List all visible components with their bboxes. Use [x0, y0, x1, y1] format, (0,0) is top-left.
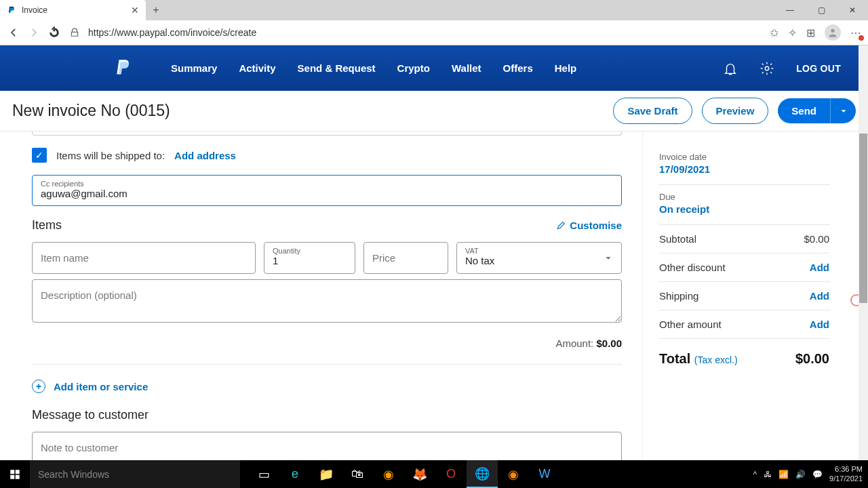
description-input[interactable]: [32, 279, 622, 323]
svg-point-0: [831, 29, 834, 33]
taskbar-search[interactable]: Search Windows: [30, 460, 240, 488]
message-heading: Message to customer: [32, 408, 622, 422]
taskbar-app-explorer[interactable]: 📁: [311, 460, 342, 488]
vat-value: [465, 255, 613, 266]
shipping-label: Shipping: [659, 290, 698, 302]
pencil-icon: [556, 221, 566, 230]
invoice-summary-panel: Invoice date 17/09/2021 Due On receipt S…: [642, 131, 846, 460]
back-icon[interactable]: [7, 26, 20, 39]
tray-notifications-icon[interactable]: 💬: [812, 470, 823, 479]
amount-value: $0.00: [596, 338, 622, 349]
due-label: Due: [659, 192, 829, 202]
tray-network-icon[interactable]: 🖧: [764, 470, 772, 479]
nav-summary[interactable]: Summary: [171, 62, 217, 74]
paypal-logo-icon[interactable]: [115, 58, 133, 79]
quantity-field[interactable]: Quantity: [264, 242, 355, 274]
logout-link[interactable]: LOG OUT: [796, 63, 841, 74]
add-address-link[interactable]: Add address: [174, 150, 236, 161]
nav-offers[interactable]: Offers: [503, 62, 533, 74]
customise-link[interactable]: Customise: [556, 220, 622, 231]
start-button[interactable]: [0, 460, 30, 488]
taskbar-app-recorder[interactable]: ◉: [498, 460, 529, 488]
total-label: Total: [659, 351, 690, 366]
taskbar-app-firefox[interactable]: 🦊: [404, 460, 435, 488]
chevron-down-icon: [604, 253, 613, 263]
ship-checkbox[interactable]: ✓: [32, 148, 47, 163]
items-heading: Items: [32, 218, 556, 232]
new-tab-button[interactable]: +: [146, 0, 166, 20]
note-input[interactable]: [32, 432, 622, 460]
nav-wallet[interactable]: Wallet: [452, 62, 481, 74]
browser-titlebar: Invoice ✕ + — ▢ ✕: [0, 0, 868, 20]
favorites-list-icon[interactable]: ✧: [788, 26, 797, 39]
notifications-icon[interactable]: [723, 61, 738, 76]
url-text[interactable]: https://www.paypal.com/invoice/s/create: [88, 27, 763, 38]
windows-taskbar: Search Windows ▭ e 📁 🛍 ◉ 🦊 O 🌐 ◉ W ^ 🖧 📶…: [0, 460, 868, 488]
add-other-amount-link[interactable]: Add: [810, 319, 829, 330]
cc-input[interactable]: [41, 188, 613, 199]
tray-chevron-icon[interactable]: ^: [753, 470, 757, 479]
window-maximize-icon[interactable]: ▢: [806, 0, 837, 20]
tab-title: Invoice: [22, 5, 125, 15]
tax-note: (Tax excl.): [694, 354, 738, 365]
item-name-input[interactable]: [32, 242, 256, 274]
site-header: Summary Activity Send & Request Crypto W…: [0, 45, 868, 91]
ship-label: Items will be shipped to:: [56, 150, 165, 161]
vertical-scrollbar[interactable]: [859, 45, 868, 460]
other-amount-label: Other amount: [659, 319, 722, 330]
profile-avatar-icon[interactable]: [825, 24, 841, 41]
browser-address-bar: https://www.paypal.com/invoice/s/create …: [0, 20, 868, 45]
settings-icon[interactable]: [760, 61, 774, 76]
subtotal-value: $0.00: [804, 233, 829, 245]
tab-close-icon[interactable]: ✕: [131, 5, 139, 16]
taskbar-app-word[interactable]: W: [529, 460, 560, 488]
tray-wifi-icon[interactable]: 📶: [778, 470, 789, 479]
price-input[interactable]: [363, 242, 448, 274]
more-icon[interactable]: ⋯: [850, 26, 861, 39]
window-minimize-icon[interactable]: —: [774, 0, 806, 20]
add-shipping-link[interactable]: Add: [810, 290, 829, 302]
send-button[interactable]: Send: [778, 98, 830, 123]
total-value: $0.00: [795, 351, 829, 367]
subtotal-label: Subtotal: [659, 233, 696, 245]
task-view-icon[interactable]: ▭: [248, 460, 279, 488]
refresh-icon[interactable]: [47, 26, 61, 39]
window-close-icon[interactable]: ✕: [837, 0, 868, 20]
save-draft-button[interactable]: Save Draft: [613, 98, 692, 124]
invoice-date-value[interactable]: 17/09/2021: [659, 163, 829, 175]
invoice-form: ✓ Items will be shipped to: Add address …: [32, 131, 622, 460]
taskbar-app-store[interactable]: 🛍: [342, 460, 373, 488]
nav-activity[interactable]: Activity: [239, 62, 275, 74]
quantity-input[interactable]: [273, 255, 347, 266]
page-title: New invoice No (0015): [12, 102, 604, 120]
cc-recipients-field[interactable]: Cc recipients: [32, 175, 622, 206]
other-discount-label: Other discount: [659, 262, 726, 273]
taskbar-clock[interactable]: 6:36 PM 9/17/2021: [829, 465, 863, 483]
paypal-favicon: [7, 5, 16, 15]
svg-point-1: [765, 66, 769, 70]
taskbar-app-edge[interactable]: 🌐: [467, 460, 498, 488]
forward-icon: [27, 26, 41, 39]
vat-dropdown[interactable]: VAT: [456, 242, 622, 274]
browser-tab[interactable]: Invoice ✕: [0, 0, 146, 20]
taskbar-app-uc[interactable]: ◉: [373, 460, 404, 488]
due-value[interactable]: On receipt: [659, 203, 829, 215]
scrollbar-thumb[interactable]: [859, 134, 867, 303]
lock-icon[interactable]: [68, 26, 81, 39]
taskbar-app-edge-legacy[interactable]: e: [279, 460, 311, 488]
add-discount-link[interactable]: Add: [810, 262, 829, 273]
nav-help[interactable]: Help: [555, 62, 577, 74]
preview-button[interactable]: Preview: [702, 98, 769, 124]
collections-icon[interactable]: ⊞: [806, 26, 815, 39]
tray-volume-icon[interactable]: 🔊: [795, 470, 806, 479]
taskbar-app-opera[interactable]: O: [435, 460, 467, 488]
add-item-link[interactable]: + Add item or service: [32, 380, 622, 393]
invoice-date-label: Invoice date: [659, 152, 829, 162]
nav-send-request[interactable]: Send & Request: [298, 62, 376, 74]
favorite-icon[interactable]: ✩: [770, 26, 778, 39]
plus-icon: +: [32, 380, 45, 393]
nav-crypto[interactable]: Crypto: [397, 62, 430, 74]
send-options-caret-icon[interactable]: [830, 98, 856, 123]
amount-label: Amount:: [555, 338, 593, 349]
page-title-bar: New invoice No (0015) Save Draft Preview…: [0, 91, 868, 131]
